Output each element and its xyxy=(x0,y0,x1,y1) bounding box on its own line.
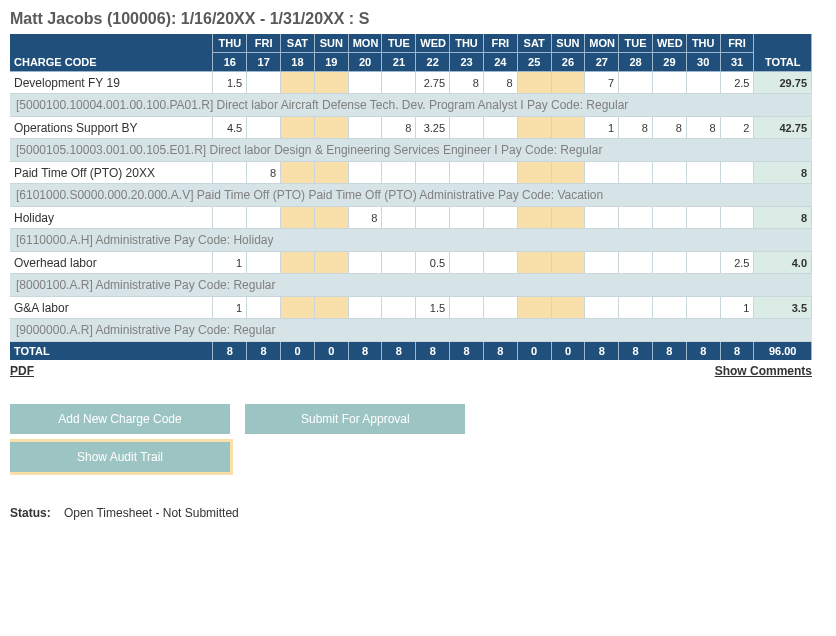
hours-cell[interactable]: 1 xyxy=(213,252,247,274)
hours-cell[interactable] xyxy=(483,162,517,184)
hours-cell[interactable]: 8 xyxy=(652,117,686,139)
hours-cell[interactable]: 8 xyxy=(619,117,653,139)
hours-cell[interactable]: 8 xyxy=(382,117,416,139)
hours-cell[interactable]: 1 xyxy=(213,297,247,319)
hours-cell[interactable] xyxy=(247,297,281,319)
add-charge-code-button[interactable]: Add New Charge Code xyxy=(10,404,230,434)
hours-cell[interactable] xyxy=(517,207,551,229)
hours-cell[interactable] xyxy=(213,162,247,184)
hours-cell[interactable] xyxy=(619,252,653,274)
hours-cell[interactable] xyxy=(382,252,416,274)
hours-cell[interactable] xyxy=(416,207,450,229)
hours-cell[interactable] xyxy=(247,207,281,229)
hours-cell[interactable] xyxy=(247,117,281,139)
hours-cell[interactable] xyxy=(686,297,720,319)
hours-cell[interactable]: 8 xyxy=(450,72,484,94)
hours-cell[interactable]: 0.5 xyxy=(416,252,450,274)
hours-cell[interactable] xyxy=(551,162,585,184)
hours-cell[interactable] xyxy=(281,297,315,319)
show-comments-link[interactable]: Show Comments xyxy=(715,364,812,378)
hours-cell[interactable] xyxy=(720,162,754,184)
hours-cell[interactable] xyxy=(551,72,585,94)
hours-cell[interactable] xyxy=(314,117,348,139)
hours-cell[interactable] xyxy=(348,117,382,139)
hours-cell[interactable]: 2.5 xyxy=(720,252,754,274)
hours-cell[interactable]: 2 xyxy=(720,117,754,139)
hours-cell[interactable]: 2.75 xyxy=(416,72,450,94)
hours-cell[interactable] xyxy=(348,297,382,319)
hours-cell[interactable] xyxy=(517,72,551,94)
submit-for-approval-button[interactable]: Submit For Approval xyxy=(245,404,465,434)
hours-cell[interactable] xyxy=(213,207,247,229)
hours-cell[interactable] xyxy=(619,162,653,184)
hours-cell[interactable] xyxy=(652,297,686,319)
hours-cell[interactable]: 3.25 xyxy=(416,117,450,139)
hours-cell[interactable]: 2.5 xyxy=(720,72,754,94)
hours-cell[interactable] xyxy=(314,72,348,94)
hours-cell[interactable] xyxy=(348,72,382,94)
hours-cell[interactable]: 8 xyxy=(686,117,720,139)
hours-cell[interactable] xyxy=(585,252,619,274)
hours-cell[interactable]: 7 xyxy=(585,72,619,94)
hours-cell[interactable] xyxy=(720,207,754,229)
hours-cell[interactable] xyxy=(483,117,517,139)
hours-cell[interactable] xyxy=(686,72,720,94)
hours-cell[interactable] xyxy=(348,252,382,274)
hours-cell[interactable] xyxy=(619,207,653,229)
hours-cell[interactable] xyxy=(281,72,315,94)
hours-cell[interactable]: 1 xyxy=(585,117,619,139)
hours-cell[interactable] xyxy=(517,162,551,184)
hours-cell[interactable] xyxy=(517,252,551,274)
hours-cell[interactable] xyxy=(382,297,416,319)
hours-cell[interactable]: 1.5 xyxy=(213,72,247,94)
hours-cell[interactable] xyxy=(551,117,585,139)
hours-cell[interactable] xyxy=(247,72,281,94)
hours-cell[interactable] xyxy=(450,162,484,184)
hours-cell[interactable]: 4.5 xyxy=(213,117,247,139)
hours-cell[interactable] xyxy=(585,162,619,184)
hours-cell[interactable] xyxy=(652,207,686,229)
hours-cell[interactable]: 8 xyxy=(483,72,517,94)
hours-cell[interactable] xyxy=(483,207,517,229)
hours-cell[interactable] xyxy=(619,72,653,94)
hours-cell[interactable] xyxy=(652,162,686,184)
hours-cell[interactable] xyxy=(450,117,484,139)
hours-cell[interactable] xyxy=(551,207,585,229)
hours-cell[interactable] xyxy=(281,117,315,139)
hours-cell[interactable] xyxy=(619,297,653,319)
hours-cell[interactable]: 8 xyxy=(348,207,382,229)
hours-cell[interactable] xyxy=(314,297,348,319)
hours-cell[interactable] xyxy=(551,297,585,319)
hours-cell[interactable] xyxy=(517,117,551,139)
hours-cell[interactable] xyxy=(247,252,281,274)
hours-cell[interactable] xyxy=(281,252,315,274)
hours-cell[interactable] xyxy=(314,252,348,274)
show-audit-trail-button[interactable]: Show Audit Trail xyxy=(10,442,230,472)
hours-cell[interactable]: 8 xyxy=(247,162,281,184)
hours-cell[interactable] xyxy=(686,162,720,184)
hours-cell[interactable] xyxy=(483,252,517,274)
hours-cell[interactable] xyxy=(585,297,619,319)
hours-cell[interactable] xyxy=(314,207,348,229)
hours-cell[interactable] xyxy=(382,162,416,184)
hours-cell[interactable] xyxy=(450,297,484,319)
hours-cell[interactable] xyxy=(450,207,484,229)
hours-cell[interactable] xyxy=(281,162,315,184)
hours-cell[interactable] xyxy=(382,72,416,94)
hours-cell[interactable] xyxy=(686,207,720,229)
hours-cell[interactable] xyxy=(483,297,517,319)
hours-cell[interactable] xyxy=(281,207,315,229)
hours-cell[interactable]: 1.5 xyxy=(416,297,450,319)
hours-cell[interactable] xyxy=(652,252,686,274)
hours-cell[interactable] xyxy=(517,297,551,319)
hours-cell[interactable] xyxy=(382,207,416,229)
hours-cell[interactable] xyxy=(585,207,619,229)
hours-cell[interactable] xyxy=(686,252,720,274)
hours-cell[interactable] xyxy=(416,162,450,184)
pdf-link[interactable]: PDF xyxy=(10,364,34,378)
hours-cell[interactable] xyxy=(652,72,686,94)
hours-cell[interactable] xyxy=(314,162,348,184)
hours-cell[interactable]: 1 xyxy=(720,297,754,319)
hours-cell[interactable] xyxy=(450,252,484,274)
hours-cell[interactable] xyxy=(348,162,382,184)
